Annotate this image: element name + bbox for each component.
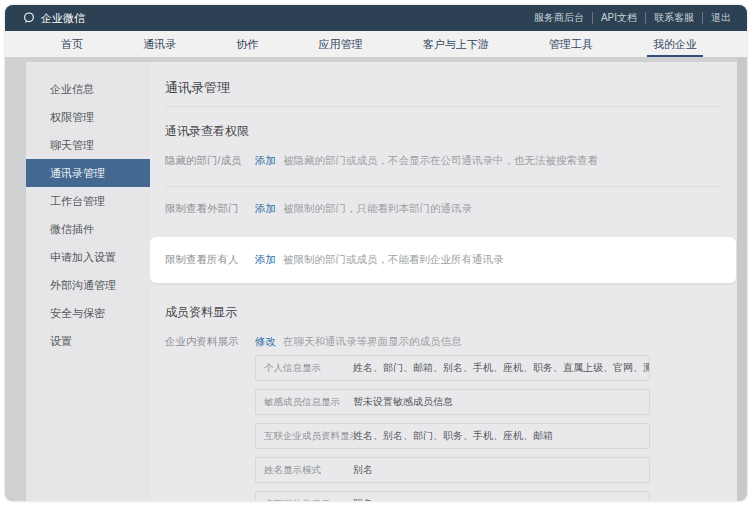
sidebar-item-company-info[interactable]: 企业信息 bbox=[26, 75, 150, 103]
detail-value: 别名 bbox=[353, 463, 649, 477]
tab-home[interactable]: 首页 bbox=[51, 31, 93, 57]
sidebar-item-join-settings[interactable]: 申请加入设置 bbox=[26, 243, 150, 271]
row-restrict-outside-dept: 限制查看外部门 添加 被限制的部门，只能看到本部门的通讯录 bbox=[165, 201, 737, 217]
page-gutter-right[interactable] bbox=[737, 57, 747, 501]
sidebar-item-chat-management[interactable]: 聊天管理 bbox=[26, 131, 150, 159]
tab-admin-tools[interactable]: 管理工具 bbox=[539, 31, 603, 57]
row-label: 隐藏的部门/成员 bbox=[165, 154, 255, 168]
link-api-docs[interactable]: API文档 bbox=[592, 12, 645, 24]
primary-nav: 首页 通讯录 协作 应用管理 客户与上下游 管理工具 我的企业 bbox=[5, 31, 747, 57]
highlighted-row-restrict-everyone: 限制查看所有人 添加 被限制的部门或成员，不能看到企业所有通讯录 bbox=[150, 237, 736, 283]
tab-app-management[interactable]: 应用管理 bbox=[308, 31, 372, 57]
detail-box-sensitive-info: 敏感成员信息显示 暂未设置敏感成员信息 bbox=[255, 389, 650, 415]
section-heading-view-permission: 通讯录查看权限 bbox=[165, 123, 737, 139]
tab-collaboration[interactable]: 协作 bbox=[226, 31, 268, 57]
page-title: 通讯录管理 bbox=[165, 79, 737, 97]
sidebar-item-settings[interactable]: 设置 bbox=[26, 327, 150, 355]
divider bbox=[165, 106, 721, 107]
sidebar-item-wechat-plugin[interactable]: 微信插件 bbox=[26, 215, 150, 243]
logo-text: 企业微信 bbox=[41, 11, 85, 26]
page-body: 企业信息 权限管理 聊天管理 通讯录管理 工作台管理 微信插件 申请加入设置 外… bbox=[5, 57, 747, 501]
divider bbox=[165, 186, 721, 187]
detail-value: 职务 bbox=[353, 497, 649, 501]
row-label: 限制查看所有人 bbox=[165, 253, 255, 267]
detail-value: 姓名、别名、部门、职务、手机、座机、邮箱 bbox=[353, 429, 649, 443]
detail-value: 姓名、部门、邮箱、别名、手机、座机、职务、直属上级、官网、测... bbox=[353, 361, 649, 375]
top-bar: 企业微信 服务商后台 API文档 联系客服 退出 bbox=[5, 5, 747, 31]
detail-label: 姓名显示模式 bbox=[264, 464, 353, 477]
detail-label: 敏感成员信息显示 bbox=[264, 396, 353, 409]
wework-logo-icon bbox=[22, 11, 36, 25]
detail-box-desktop-info: 桌面端信息显示 职务 bbox=[255, 491, 650, 501]
tab-customers[interactable]: 客户与上下游 bbox=[413, 31, 499, 57]
sidebar-item-permissions[interactable]: 权限管理 bbox=[26, 103, 150, 131]
detail-label: 互联企业成员资料显示 bbox=[264, 430, 353, 443]
row-company-profile-display: 企业内资料展示 修改 在聊天和通讯录等界面显示的成员信息 bbox=[165, 334, 737, 350]
sidebar-item-workbench[interactable]: 工作台管理 bbox=[26, 187, 150, 215]
tab-my-company[interactable]: 我的企业 bbox=[643, 31, 707, 57]
row-description: 在聊天和通讯录等界面显示的成员信息 bbox=[283, 335, 462, 349]
link-logout[interactable]: 退出 bbox=[702, 12, 733, 24]
link-support[interactable]: 联系客服 bbox=[645, 12, 702, 24]
logo[interactable]: 企业微信 bbox=[22, 11, 85, 26]
link-service-provider[interactable]: 服务商后台 bbox=[526, 12, 592, 24]
detail-box-personal-info: 个人信息显示 姓名、部门、邮箱、别名、手机、座机、职务、直属上级、官网、测... bbox=[255, 355, 650, 381]
row-description: 被限制的部门或成员，不能看到企业所有通讯录 bbox=[283, 253, 504, 267]
profile-detail-boxes: 个人信息显示 姓名、部门、邮箱、别名、手机、座机、职务、直属上级、官网、测...… bbox=[255, 355, 737, 501]
section-heading-profile-display: 成员资料显示 bbox=[165, 304, 737, 320]
add-button[interactable]: 添加 bbox=[255, 154, 276, 168]
main-content: 通讯录管理 通讯录查看权限 隐藏的部门/成员 添加 被隐藏的部门或成员，不会显示… bbox=[150, 62, 737, 501]
sidebar-item-contacts-management[interactable]: 通讯录管理 bbox=[26, 159, 150, 187]
detail-value: 暂未设置敏感成员信息 bbox=[353, 395, 649, 409]
sidebar-item-external-comm[interactable]: 外部沟通管理 bbox=[26, 271, 150, 299]
row-label: 企业内资料展示 bbox=[165, 335, 255, 349]
detail-box-name-display-mode: 姓名显示模式 别名 bbox=[255, 457, 650, 483]
detail-box-linked-company: 互联企业成员资料显示 姓名、别名、部门、职务、手机、座机、邮箱 bbox=[255, 423, 650, 449]
row-hidden-members: 隐藏的部门/成员 添加 被隐藏的部门或成员，不会显示在公司通讯录中，也无法被搜索… bbox=[165, 153, 737, 169]
row-description: 被隐藏的部门或成员，不会显示在公司通讯录中，也无法被搜索查看 bbox=[283, 154, 598, 168]
top-links: 服务商后台 API文档 联系客服 退出 bbox=[526, 12, 733, 24]
detail-label: 个人信息显示 bbox=[264, 362, 353, 375]
sidebar-item-security[interactable]: 安全与保密 bbox=[26, 299, 150, 327]
modify-button[interactable]: 修改 bbox=[255, 335, 276, 349]
add-button[interactable]: 添加 bbox=[255, 253, 276, 267]
row-label: 限制查看外部门 bbox=[165, 202, 255, 216]
sidebar: 企业信息 权限管理 聊天管理 通讯录管理 工作台管理 微信插件 申请加入设置 外… bbox=[26, 62, 150, 501]
add-button[interactable]: 添加 bbox=[255, 202, 276, 216]
row-description: 被限制的部门，只能看到本部门的通讯录 bbox=[283, 202, 472, 216]
tab-contacts[interactable]: 通讯录 bbox=[133, 31, 186, 57]
app-window: 企业微信 服务商后台 API文档 联系客服 退出 首页 通讯录 协作 应用管理 … bbox=[5, 5, 747, 501]
row-restrict-everyone: 限制查看所有人 添加 被限制的部门或成员，不能看到企业所有通讯录 bbox=[165, 252, 504, 268]
page-gutter-left bbox=[5, 57, 26, 501]
detail-label: 桌面端信息显示 bbox=[264, 498, 353, 502]
